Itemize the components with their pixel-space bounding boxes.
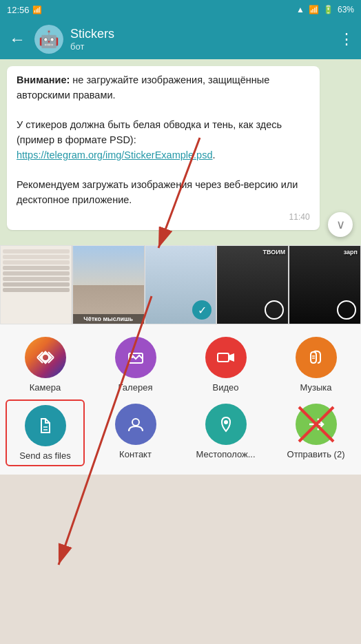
video-icon (215, 346, 237, 368)
gallery-button[interactable]: Галерея (96, 333, 175, 397)
video-icon-circle (205, 337, 247, 378)
status-time: 12:56 📶 (7, 5, 42, 15)
battery-icon: 🔋 (323, 5, 333, 14)
gallery-icon-circle (115, 337, 156, 378)
strip-image-3[interactable]: ✓ (145, 245, 217, 324)
files-icon-circle (25, 405, 66, 446)
music-button[interactable]: Музыка (276, 333, 355, 397)
svg-point-2 (131, 355, 134, 358)
location-icon (215, 413, 237, 435)
camera-button[interactable]: Камера (6, 333, 85, 397)
contact-button[interactable]: Контакт (96, 399, 175, 466)
icons-row-2: Send as files Контакт Местополож... (0, 399, 361, 466)
message-link[interactable]: https://telegram.org/img/StickerExample.… (17, 149, 212, 160)
chat-area: Внимание: не загружайте изображения, защ… (0, 59, 361, 245)
message-period: . (212, 149, 215, 160)
avatar: 🤖 (34, 25, 63, 54)
signal-icon: 📶 (309, 5, 319, 14)
status-bar: 12:56 📶 ▲ 📶 🔋 63% (0, 0, 361, 19)
icons-section: Камера Галерея Видео (0, 324, 361, 475)
message-text2: У стикеров должна быть белая обводка и т… (17, 119, 282, 145)
location-button[interactable]: Местополож... (186, 399, 265, 466)
contact-icon-circle (115, 404, 156, 445)
location-icon-circle (205, 404, 247, 445)
wifi-icon: ▲ (296, 5, 305, 14)
camera-label: Камера (30, 382, 61, 393)
header-info: Stickers бот (70, 27, 332, 52)
music-icon (305, 346, 327, 368)
more-button[interactable]: ⋮ (339, 30, 354, 48)
chat-header: ← 🤖 Stickers бот ⋮ (0, 19, 361, 59)
video-label: Видео (213, 382, 239, 393)
contact-label: Контакт (119, 449, 152, 459)
strip-image-4[interactable]: ТВОИМ (216, 245, 289, 324)
chat-title: Stickers (70, 27, 332, 41)
strip-text-5: зарп (344, 249, 358, 256)
files-label: Send as files (19, 450, 70, 461)
strip-label-2: Чётко мыслишь (73, 314, 144, 324)
send-label: Отправить (2) (287, 449, 345, 459)
svg-point-5 (224, 420, 228, 424)
gallery-label: Галерея (118, 382, 153, 393)
chevron-down-icon: ∨ (336, 217, 345, 232)
strip-text-4: ТВОИМ (262, 249, 285, 256)
gallery-icon (125, 346, 147, 368)
avatar-icon: 🤖 (39, 30, 59, 49)
time-label: 12:56 (7, 5, 30, 15)
back-button[interactable]: ← (7, 30, 28, 49)
svg-point-4 (132, 419, 139, 426)
battery-pct: 63% (338, 5, 354, 14)
svg-point-0 (42, 354, 49, 361)
strip-image-5[interactable]: зарп (289, 245, 361, 324)
send-as-files-button[interactable]: Send as files (6, 399, 85, 466)
files-icon (34, 415, 56, 437)
chat-subtitle: бот (70, 41, 332, 52)
send-button[interactable]: Отправить (2) (276, 399, 355, 466)
send-icon (305, 413, 327, 435)
svg-rect-3 (218, 353, 229, 362)
unselected-circle-5 (337, 300, 356, 320)
contact-icon (125, 413, 147, 435)
icons-row-1: Камера Галерея Видео (0, 333, 361, 397)
message-bubble: Внимание: не загружайте изображения, защ… (7, 66, 320, 230)
camera-icon-circle (25, 337, 66, 378)
music-icon-circle (296, 337, 337, 378)
image-strip: Чётко мыслишь ✓ ТВОИМ зарп (0, 245, 361, 324)
scroll-down-button[interactable]: ∨ (328, 212, 353, 237)
notification-icon: 📶 (32, 6, 42, 14)
strip-image-2[interactable]: Чётко мыслишь (72, 245, 145, 324)
send-icon-circle (296, 404, 337, 445)
unselected-circle-4 (265, 300, 284, 320)
message-text: Внимание: не загружайте изображения, защ… (17, 73, 310, 208)
message-time: 11:40 (17, 211, 310, 223)
message-bold: Внимание: (17, 74, 70, 85)
status-right: ▲ 📶 🔋 63% (296, 5, 354, 14)
strip-image-1[interactable] (0, 245, 72, 324)
message-text4: Рекомендуем загружать изображения через … (17, 179, 298, 205)
video-button[interactable]: Видео (186, 333, 265, 397)
camera-icon (34, 346, 56, 368)
music-label: Музыка (300, 382, 332, 393)
location-label: Местополож... (196, 449, 255, 459)
